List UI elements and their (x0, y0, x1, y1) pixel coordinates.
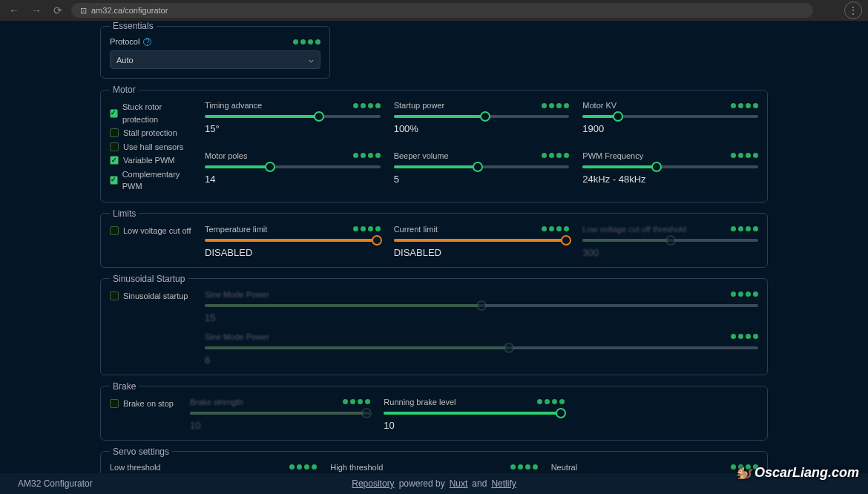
chk-brake-on-stop[interactable]: Brake on stop (110, 398, 177, 410)
brake-legend: Brake (110, 381, 139, 392)
slider-startup-power: Startup power100% (394, 101, 570, 142)
slider-pwm-frequency: PWM Frequency24kHz - 48kHz (582, 151, 758, 193)
slider-label: Brake strength (190, 398, 243, 406)
slider-track[interactable] (582, 115, 758, 118)
and-text: and (472, 478, 487, 489)
slider-label: Startup power (394, 101, 444, 110)
nuxt-link[interactable]: Nuxt (450, 478, 468, 489)
slider-track[interactable] (384, 412, 564, 415)
slider-label: Motor KV (582, 101, 617, 110)
limits-checks: Low voltage cut off (110, 225, 191, 258)
slider-label: Current limit (394, 225, 438, 234)
slider-label: Low threshold (110, 463, 161, 472)
slider-track[interactable] (205, 346, 758, 349)
netlify-link[interactable]: Netlify (491, 478, 516, 489)
address-bar[interactable]: ⊡ am32.ca/configurator (71, 3, 813, 18)
chk-sinusoidal-startup[interactable]: Sinusoidal startup (110, 290, 191, 303)
slider-track[interactable] (205, 165, 381, 168)
slider-track[interactable] (205, 239, 381, 242)
status-dots (293, 39, 320, 45)
slider-label: Running brake level (384, 398, 456, 406)
slider-track[interactable] (582, 239, 758, 242)
slider-motor-kv: Motor KV1900 (582, 101, 758, 142)
status-dots (731, 103, 758, 108)
status-dots (353, 153, 381, 158)
servo-legend: Servo settings (110, 447, 172, 457)
chk-stall-protection[interactable]: Stall protection (110, 127, 191, 139)
status-dots (731, 292, 758, 297)
status-dots (542, 153, 569, 158)
url-text: am32.ca/configurator (91, 6, 168, 15)
slider-timing-advance: Timing advance15° (205, 101, 381, 142)
slider-running-brake-level: Running brake level10 (384, 398, 564, 431)
slider-label: Low voltage cut off threshold (582, 225, 686, 234)
status-dots (731, 153, 758, 158)
slider-track[interactable] (190, 412, 370, 415)
slider-label: Neutral (551, 463, 577, 472)
slider-current-limit: Current limitDISABLED (394, 225, 570, 258)
status-dots (731, 334, 758, 339)
browser-menu-button[interactable]: ⋮ (844, 1, 862, 19)
slider-track[interactable] (205, 115, 381, 118)
protocol-select[interactable]: Auto ⌵ (110, 50, 320, 69)
status-dots (510, 464, 538, 470)
slider-track[interactable] (582, 165, 758, 168)
reload-button[interactable]: ⟳ (50, 3, 65, 18)
status-dots (353, 103, 381, 108)
chk-hall-sensors[interactable]: Use hall sensors (110, 141, 191, 154)
back-button[interactable]: ← (6, 3, 22, 18)
slider-temperature-limit: Temperature limitDISABLED (205, 225, 381, 258)
watermark: 🐿️ OscarLiang.com (735, 464, 859, 481)
protocol-value: Auto (116, 56, 134, 65)
page-content: Essentials Protocol ? Auto ⌵ Motor ✓Stuc… (0, 21, 868, 473)
forward-button[interactable]: → (28, 3, 45, 18)
slider-track[interactable] (394, 239, 570, 242)
status-dots (353, 226, 381, 231)
slider-value: 1900 (582, 123, 758, 134)
slider-low-threshold: Low threshold1006 (110, 463, 317, 474)
slider-beeper-volume: Beeper volume5 (394, 151, 570, 193)
slider-value: DISABLED (205, 247, 381, 258)
watermark-icon: 🐿️ (735, 464, 752, 481)
slider-value: 10 (190, 420, 370, 431)
slider-label: Timing advance (205, 101, 262, 110)
essentials-legend: Essentials (110, 21, 157, 31)
slider-label: PWM Frequency (582, 151, 643, 160)
status-dots (343, 399, 370, 404)
slider-track[interactable] (205, 304, 758, 307)
chk-low-voltage-cutoff[interactable]: Low voltage cut off (110, 225, 191, 237)
motor-legend: Motor (110, 85, 139, 95)
slider-sine-mode-power: Sine Mode Power6 (205, 332, 758, 366)
essentials-section: Essentials Protocol ? Auto ⌵ (100, 21, 330, 79)
slider-neutral: Neutral1502 (551, 463, 758, 474)
slider-label: Motor poles (205, 151, 247, 160)
slider-label: Sine Mode Power (205, 290, 269, 299)
slider-track[interactable] (394, 165, 570, 168)
slider-label: Temperature limit (205, 225, 267, 234)
powered-text: powered by (399, 478, 445, 489)
browser-toolbar: ← → ⟳ ⊡ am32.ca/configurator ⋮ (0, 0, 868, 21)
slider-value: 5 (394, 174, 570, 185)
slider-value: 15° (205, 123, 381, 134)
chk-complementary-pwm[interactable]: ✓Complementary PWM (110, 168, 191, 193)
chk-stuck-rotor[interactable]: ✓Stuck rotor protection (110, 101, 191, 125)
slider-label: Sine Mode Power (205, 332, 269, 341)
protocol-label: Protocol (110, 37, 139, 46)
slider-value: 14 (205, 174, 381, 185)
chk-variable-pwm[interactable]: ✓Variable PWM (110, 154, 191, 167)
slider-value: DISABLED (394, 247, 570, 258)
chevron-down-icon: ⌵ (309, 55, 314, 65)
sinusoidal-section: Sinusoidal Startup Sinusoidal startup Si… (100, 274, 768, 375)
info-icon[interactable]: ? (143, 38, 151, 46)
slider-value: 100% (394, 123, 570, 134)
slider-track[interactable] (394, 115, 570, 118)
slider-value: 300 (582, 247, 758, 258)
slider-value: 10 (384, 420, 564, 431)
brake-section: Brake Brake on stop Brake strength10Runn… (100, 381, 768, 441)
motor-section: Motor ✓Stuck rotor protection Stall prot… (100, 85, 768, 202)
limits-legend: Limits (110, 208, 139, 219)
app-title: AM32 Configurator (18, 478, 93, 489)
status-dots (542, 103, 569, 108)
repository-link[interactable]: Repository (352, 478, 394, 489)
status-dots (731, 226, 758, 231)
